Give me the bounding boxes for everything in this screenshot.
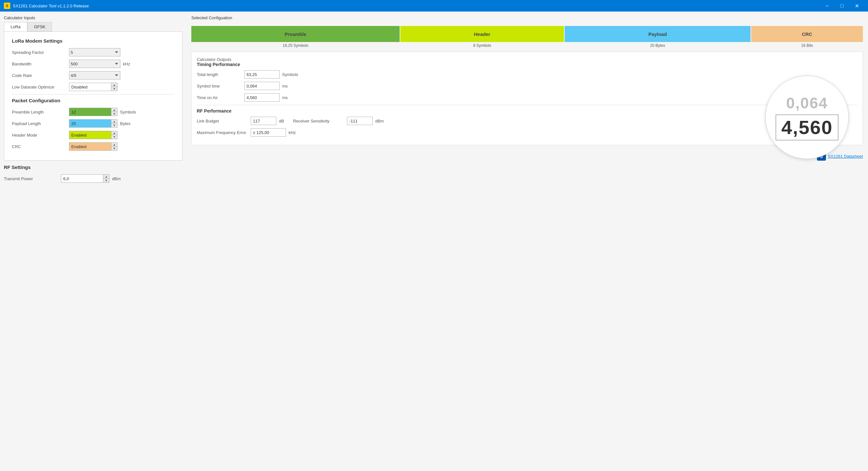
bandwidth-row: Bandwidth 125250500 kHz: [12, 60, 174, 68]
header-increment[interactable]: ▲: [112, 131, 117, 135]
tab-lora[interactable]: LoRa: [4, 22, 27, 31]
receiver-sensitivity-unit: dBm: [375, 119, 384, 124]
total-length-unit: Symbols: [282, 72, 298, 77]
low-datarate-value[interactable]: [69, 83, 111, 91]
spreading-factor-label: Spreading Factor: [12, 50, 66, 55]
maximize-button[interactable]: □: [835, 0, 849, 11]
low-datarate-increment[interactable]: ▲: [112, 83, 117, 87]
divider-1: [12, 94, 174, 95]
symbol-time-row: Symbol time 0,064 ms: [197, 82, 858, 90]
calculator-outputs-section: Calculator Outputs Timing Performance To…: [191, 52, 863, 145]
time-on-air-unit: ms: [282, 95, 288, 100]
payload-increment[interactable]: ▲: [112, 120, 117, 124]
config-bars-container: Preamble Header Payload CRC 16,25 Symbol…: [191, 26, 863, 48]
transmit-power-label: Transmit Power: [4, 176, 58, 181]
transmit-power-spinner: ▲ ▼: [61, 174, 110, 183]
rf-performance-title: RF Performance: [197, 108, 858, 113]
link-budget-row: Link Budget 117 dB Receiver Sensitivity …: [197, 117, 858, 125]
preamble-decrement[interactable]: ▼: [112, 112, 117, 116]
preamble-unit: Symbols: [120, 110, 136, 114]
titlebar: S SX1261 Calculator Tool v1.1.2.0 Releas…: [0, 0, 868, 11]
crc-decrement[interactable]: ▼: [112, 146, 117, 150]
packet-config-title: Packet Configuration: [12, 98, 174, 103]
window-title: SX1261 Calculator Tool v1.1.2.0 Release: [13, 3, 820, 8]
tx-increment[interactable]: ▲: [103, 175, 109, 178]
low-datarate-decrement[interactable]: ▼: [112, 87, 117, 91]
payload-length-value[interactable]: [69, 120, 111, 127]
bandwidth-label: Bandwidth: [12, 62, 66, 66]
header-mode-btns: ▲ ▼: [111, 131, 117, 139]
code-rate-select[interactable]: 4/54/64/74/8: [69, 71, 120, 79]
tab-gfsk[interactable]: GFSK: [27, 22, 52, 31]
low-datarate-label: Low Datarate Optimize: [12, 85, 66, 90]
lora-content-box: LoRa Modem Settings Spreading Factor 567…: [4, 31, 182, 161]
payload-length-label: Payload Length: [12, 121, 66, 126]
code-rate-label: Code Rate: [12, 73, 66, 78]
low-datarate-row: Low Datarate Optimize ▲ ▼: [12, 83, 174, 91]
payload-length-row: Payload Length ▲ ▼ Bytes: [12, 119, 174, 128]
header-mode-label: Header Mode: [12, 133, 66, 138]
magnifier-bottom-value: 4,560: [776, 114, 838, 140]
preamble-length-btns: ▲ ▼: [111, 108, 117, 116]
datasheet-link[interactable]: SX1261 Datasheet: [828, 154, 863, 159]
main-container: Calculator Inputs LoRa GFSK LoRa Modem S…: [0, 11, 868, 471]
app-icon: S: [4, 3, 10, 9]
code-rate-row: Code Rate 4/54/64/74/8: [12, 71, 174, 79]
selected-config-title: Selected Configuation: [191, 15, 863, 20]
total-length-row: Total length 63,25 Symbols: [197, 70, 858, 78]
link-budget-unit: dB: [279, 119, 284, 124]
receiver-sensitivity-label: Receiver Sensitivity: [293, 119, 344, 124]
payload-sublabel: 20 Bytes: [565, 43, 750, 48]
preamble-increment[interactable]: ▲: [112, 108, 117, 112]
transmit-power-btns: ▲ ▼: [103, 175, 109, 182]
header-mode-value[interactable]: [69, 131, 111, 139]
total-length-value: 63,25: [244, 70, 280, 78]
payload-unit: Bytes: [120, 121, 131, 126]
tx-decrement[interactable]: ▼: [103, 178, 109, 182]
total-length-label: Total length: [197, 72, 242, 77]
crc-value[interactable]: [69, 143, 111, 150]
preamble-sublabel: 16,25 Symbols: [191, 43, 400, 48]
receiver-sensitivity-group: Receiver Sensitivity -111 dBm: [293, 117, 384, 125]
preamble-length-value[interactable]: [69, 108, 111, 116]
max-freq-error-value: ± 125,00: [251, 128, 286, 137]
link-budget-label: Link Budget: [197, 119, 248, 124]
config-bars: Preamble Header Payload CRC: [191, 26, 863, 42]
crc-increment[interactable]: ▲: [112, 143, 117, 146]
transmit-power-value[interactable]: [61, 175, 103, 182]
tx-unit: dBm: [112, 176, 121, 181]
bandwidth-select[interactable]: 125250500: [69, 60, 120, 68]
low-datarate-spinner-btns: ▲ ▼: [111, 83, 117, 91]
left-panel: Calculator Inputs LoRa GFSK LoRa Modem S…: [0, 11, 186, 471]
close-button[interactable]: ✕: [849, 0, 864, 11]
lora-modem-title: LoRa Modem Settings: [12, 38, 174, 44]
max-freq-error-label: Maximum Frequency Error: [197, 130, 248, 135]
timing-title: Timing Performance: [197, 62, 858, 67]
magnifier-circle: 0,064 4,560: [765, 76, 849, 159]
minimize-button[interactable]: –: [820, 0, 835, 11]
transmit-power-row: Transmit Power ▲ ▼ dBm: [4, 174, 182, 183]
window-controls: – □ ✕: [820, 0, 864, 11]
preamble-length-label: Preamble Length: [12, 110, 66, 114]
spreading-factor-select[interactable]: 5678 9101112: [69, 48, 120, 57]
low-datarate-spinner: ▲ ▼: [69, 83, 118, 91]
time-on-air-value: 4,560: [244, 93, 280, 102]
output-divider: [197, 105, 858, 105]
payload-decrement[interactable]: ▼: [112, 124, 117, 127]
crc-label: CRC: [12, 144, 66, 149]
right-panel: Selected Configuation Preamble Header Pa…: [186, 11, 868, 471]
config-labels: 16,25 Symbols 8 Symbols 20 Bytes 16 Bits: [191, 43, 863, 48]
preamble-length-row: Preamble Length ▲ ▼ Symbols: [12, 108, 174, 116]
link-budget-value: 117: [251, 117, 276, 125]
rf-settings-title: RF Settings: [4, 165, 182, 170]
tab-container: LoRa GFSK: [4, 22, 182, 31]
crc-sublabel: 16 Bits: [751, 43, 863, 48]
calculator-outputs-title: Calculator Outputs: [197, 57, 231, 62]
max-freq-error-row: Maximum Frequency Error ± 125,00 kHz: [197, 128, 858, 137]
time-on-air-label: Time on Air: [197, 95, 242, 100]
time-on-air-row: Time on Air 4,560 ms: [197, 93, 858, 102]
payload-length-btns: ▲ ▼: [111, 120, 117, 127]
header-decrement[interactable]: ▼: [112, 135, 117, 139]
payload-length-spinner: ▲ ▼: [69, 119, 118, 128]
bar-crc: CRC: [751, 26, 863, 42]
